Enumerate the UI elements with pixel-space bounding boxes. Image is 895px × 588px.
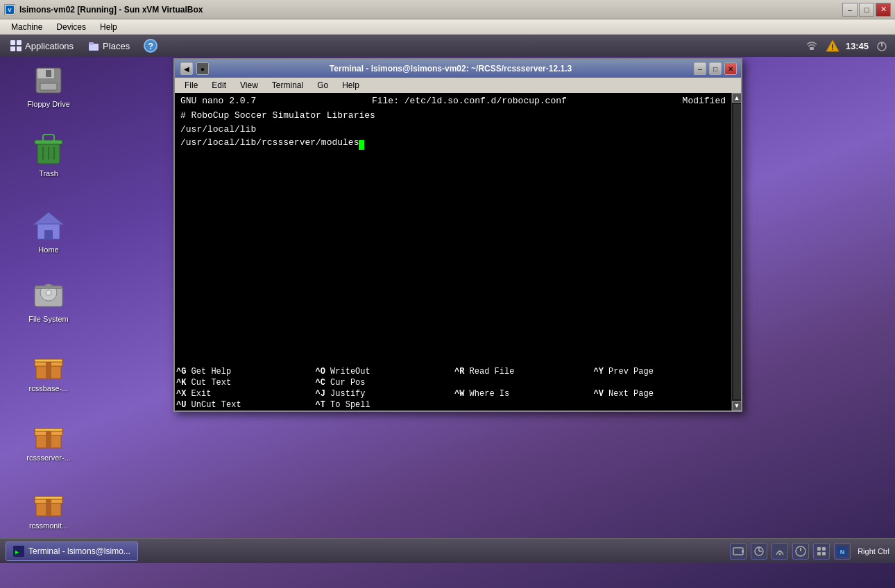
term-menu-terminal[interactable]: Terminal	[266, 79, 309, 92]
tray-icon-2[interactable]	[751, 543, 767, 560]
taskbar-items: ▶ Terminal - lsimons@lsimo...	[6, 542, 138, 561]
tray-icon-network[interactable]: N	[834, 543, 851, 560]
nano-cmd-t: ^T To Spell	[314, 399, 454, 410]
svg-rect-55	[817, 547, 821, 551]
applications-menu[interactable]: Applications	[6, 38, 78, 53]
rcssbase-icon	[32, 349, 65, 380]
terminal-body: GNU nano 2.0.7 File: /etc/ld.so.conf.d/r…	[175, 93, 741, 410]
terminal-scrollbar[interactable]: ▲ ▼	[731, 93, 741, 410]
svg-rect-4	[17, 40, 22, 45]
nano-cmd-j: ^J Justify	[314, 388, 454, 399]
rcssmonit-label: rcssmonit...	[29, 521, 68, 530]
svg-rect-3	[10, 40, 15, 45]
terminal-titlebar-right: – □ ✕	[692, 62, 737, 75]
tray-icon-4[interactable]	[792, 543, 809, 560]
rcssserver-icon	[32, 419, 65, 449]
nano-cmd-w: ^W Where Is	[453, 388, 593, 399]
svg-point-30	[46, 290, 51, 295]
desktop-icon-home[interactable]: Home	[21, 209, 76, 254]
filesystem-icon	[32, 280, 65, 311]
terminal-close-btn[interactable]: ✕	[724, 62, 737, 75]
tray-icon-5[interactable]	[813, 543, 830, 560]
maximize-button[interactable]: □	[859, 3, 874, 17]
term-left-btn2[interactable]: ●	[196, 62, 209, 75]
terminal-minimize-btn[interactable]: –	[694, 62, 706, 75]
menu-help[interactable]: Help	[94, 21, 123, 33]
taskbar-terminal[interactable]: ▶ Terminal - lsimons@lsimo...	[6, 542, 138, 561]
nano-cmd-c: ^C Cur Pos	[314, 377, 454, 388]
minimize-button[interactable]: –	[842, 3, 858, 17]
svg-rect-57	[817, 552, 821, 555]
clock: 13:45	[846, 41, 869, 51]
nano-line-1: # RoboCup Soccer Simulator Libraries	[180, 109, 726, 123]
desktop-icon-filesystem[interactable]: File System	[21, 279, 76, 323]
nano-cmd-u: ^U UnCut Text	[175, 399, 314, 410]
svg-marker-25	[33, 212, 64, 225]
svg-point-52	[779, 553, 781, 555]
trash-label: Trash	[39, 169, 58, 178]
help-icon: ?	[144, 39, 157, 53]
scroll-up-arrow[interactable]: ▲	[732, 93, 741, 103]
menu-machine[interactable]: Machine	[6, 21, 48, 33]
rcssserver-label: rcssserver-...	[26, 453, 71, 462]
terminal-maximize-btn[interactable]: □	[709, 62, 722, 75]
nano-cmd-r: ^R Read File	[453, 366, 593, 377]
places-menu[interactable]: Places	[83, 38, 134, 53]
tray-icon-1[interactable]	[730, 543, 747, 560]
taskbar-right: N Right Ctrl	[730, 543, 889, 560]
svg-text:V: V	[8, 7, 12, 13]
svg-rect-6	[17, 46, 22, 51]
nano-cmd-y: ^Y Prev Page	[593, 366, 732, 377]
svg-rect-35	[35, 359, 62, 362]
network-icon[interactable]	[804, 38, 819, 53]
svg-rect-5	[10, 46, 15, 51]
svg-rect-10	[810, 47, 814, 50]
term-menu-view[interactable]: View	[235, 79, 264, 92]
nano-cmd-g: ^G Get Help	[175, 366, 314, 377]
help-button[interactable]: ?	[139, 37, 162, 54]
close-button[interactable]: ✕	[876, 3, 891, 17]
terminal-titlebar: ◀ ● Terminal - lsimons@lsimons-vm02: ~/R…	[175, 60, 741, 78]
home-icon	[32, 211, 65, 241]
svg-text:N: N	[840, 548, 845, 555]
nano-header-left: GNU nano 2.0.7	[180, 96, 256, 106]
window-title: lsimons-vm02 [Running] - Sun xVM Virtual…	[19, 5, 203, 15]
terminal-menubar: File Edit View Terminal Go Help	[175, 78, 741, 93]
cursor-block	[359, 140, 364, 150]
floppy-icon	[33, 65, 64, 96]
nano-editor-content: # RoboCup Soccer Simulator Libraries /us…	[180, 109, 726, 150]
term-menu-go[interactable]: Go	[312, 79, 334, 92]
desktop-icon-trash[interactable]: Trash	[21, 133, 76, 178]
term-menu-edit[interactable]: Edit	[206, 79, 232, 92]
svg-text:▶: ▶	[15, 548, 19, 555]
desktop-icon-rcssmonit[interactable]: rcssmonit...	[21, 485, 76, 530]
tray-icon-3[interactable]	[772, 543, 788, 560]
term-menu-help[interactable]: Help	[336, 79, 365, 92]
trash-icon	[33, 133, 64, 166]
term-menu-file[interactable]: File	[179, 79, 203, 92]
taskbar-terminal-label: Terminal - lsimons@lsimo...	[28, 546, 130, 556]
scroll-down-arrow[interactable]: ▼	[732, 401, 741, 410]
svg-rect-43	[35, 496, 62, 499]
nano-header-center: File: /etc/ld.so.conf.d/robocup.conf	[372, 96, 567, 106]
nano-footer: ^G Get Help ^O WriteOut ^R Read File ^Y …	[175, 366, 731, 410]
scroll-track	[733, 104, 741, 399]
desktop-icon-rcssbase[interactable]: rcssbase-...	[21, 348, 76, 392]
desktop-icon-rcssserver[interactable]: rcssserver-...	[21, 417, 76, 462]
svg-rect-27	[44, 230, 53, 239]
vbox-app-icon: V	[4, 4, 15, 15]
desktop-icon-floppy[interactable]: Floppy Drive	[21, 64, 76, 108]
term-left-btn1[interactable]: ◀	[180, 62, 193, 75]
menu-devices[interactable]: Devices	[51, 21, 92, 33]
nano-cmd-x: ^X Exit	[175, 388, 314, 399]
svg-rect-39	[35, 429, 62, 431]
right-ctrl-label: Right Ctrl	[855, 547, 889, 555]
nano-cmd-k: ^K Cut Text	[175, 377, 314, 388]
nano-header: GNU nano 2.0.7 File: /etc/ld.so.conf.d/r…	[180, 96, 726, 106]
vbox-menubar: Machine Devices Help	[0, 19, 895, 35]
terminal-content[interactable]: GNU nano 2.0.7 File: /etc/ld.so.conf.d/r…	[175, 93, 731, 410]
svg-rect-18	[46, 70, 51, 77]
svg-rect-31	[35, 286, 62, 288]
power-icon[interactable]	[874, 38, 889, 53]
svg-text:!: !	[831, 44, 833, 51]
